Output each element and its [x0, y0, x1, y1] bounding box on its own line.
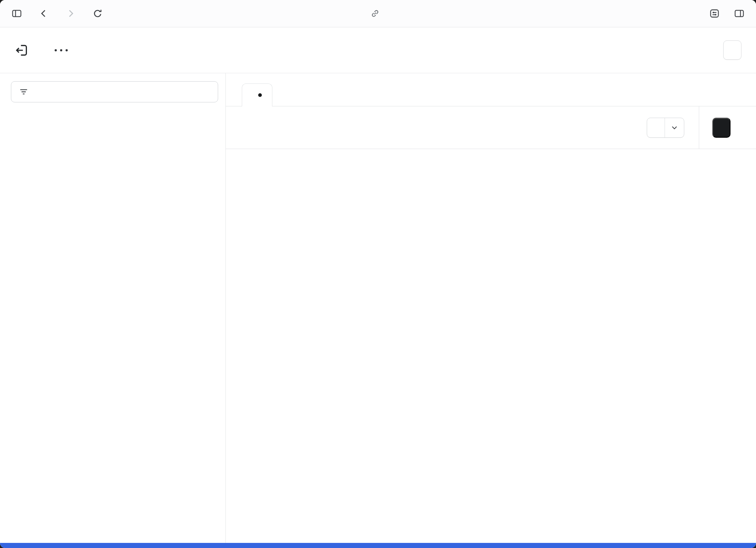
file-search-box[interactable]	[11, 81, 218, 102]
url-field[interactable]	[370, 8, 386, 19]
unsaved-indicator	[258, 93, 262, 97]
forward-button-icon[interactable]	[65, 8, 76, 19]
link-icon	[370, 8, 381, 19]
file-search-input[interactable]	[35, 86, 210, 98]
editor-toolbar	[226, 106, 756, 149]
save-button[interactable]	[712, 118, 731, 138]
app-header	[0, 27, 756, 73]
save-zone	[699, 106, 756, 149]
file-sidebar	[0, 73, 226, 543]
back-button-icon[interactable]	[38, 8, 50, 19]
bottom-accent-bar	[0, 543, 756, 548]
tab-strip	[226, 73, 756, 106]
more-actions-button[interactable]	[55, 49, 68, 51]
format-liquid-button[interactable]	[647, 118, 684, 138]
browser-chrome	[0, 0, 756, 27]
sidebar-toggle-icon[interactable]	[11, 8, 23, 19]
filter-icon	[19, 87, 29, 97]
code-editor[interactable]	[226, 149, 756, 543]
extensions-icon[interactable]	[709, 8, 720, 19]
tab-theme-liquid[interactable]	[242, 83, 272, 107]
reload-button-icon[interactable]	[92, 8, 103, 19]
code-editor-panel	[226, 73, 756, 543]
split-view-icon[interactable]	[733, 8, 745, 19]
exit-editor-icon[interactable]	[15, 43, 30, 58]
format-liquid-label	[647, 118, 665, 137]
preview-store-button[interactable]	[723, 40, 741, 60]
browser-window	[0, 0, 756, 548]
chevron-down-icon[interactable]	[665, 118, 684, 137]
